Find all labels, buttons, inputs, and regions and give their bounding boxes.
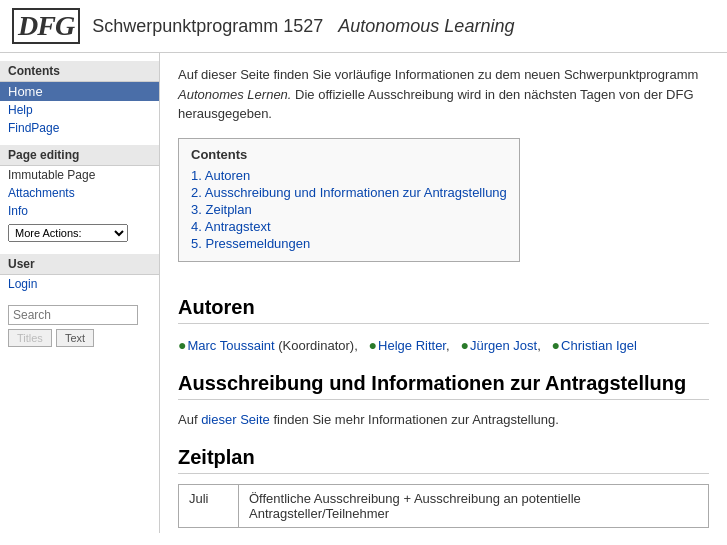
- sidebar-attachments-link[interactable]: Attachments: [8, 186, 75, 200]
- author-link-jurgen[interactable]: Jürgen Jost: [470, 338, 537, 353]
- ausschreibung-link-text: dieser Seite: [201, 412, 270, 427]
- author-name-2: Helge Ritter: [378, 338, 446, 353]
- toc-item-2[interactable]: 2. Ausschreibung und Informationen zur A…: [191, 185, 507, 200]
- author-link-marc[interactable]: Marc Toussaint: [187, 338, 274, 353]
- sidebar-contents-title: Contents: [0, 61, 159, 82]
- sidebar-item-help[interactable]: Help: [0, 101, 159, 119]
- author-link-christian[interactable]: Christian Igel: [561, 338, 637, 353]
- sidebar-home-active[interactable]: Home: [0, 82, 159, 101]
- sidebar-item-findpage[interactable]: FindPage: [0, 119, 159, 137]
- toc-item-3[interactable]: 3. Zeitplan: [191, 202, 507, 217]
- toc-label-5: Pressemeldungen: [205, 236, 310, 251]
- intro-paragraph: Auf dieser Seite finden Sie vorläufige I…: [178, 65, 709, 124]
- author-bullet-4: ●: [552, 337, 560, 353]
- intro-text-pre: Auf dieser Seite finden Sie vorläufige I…: [178, 67, 698, 82]
- main-content: Auf dieser Seite finden Sie vorläufige I…: [160, 53, 727, 540]
- toc-link-zeitplan[interactable]: 3. Zeitplan: [191, 202, 252, 217]
- toc-link-ausschreibung[interactable]: 2. Ausschreibung und Informationen zur A…: [191, 185, 507, 200]
- dieser-seite-link[interactable]: dieser Seite: [201, 412, 270, 427]
- header-title: Schwerpunktprogramm 1527 Autonomous Lear…: [92, 16, 514, 37]
- header-program-title: Schwerpunktprogramm 1527: [92, 16, 323, 36]
- zeitplan-table: Juli Öffentliche Ausschreibung + Ausschr…: [178, 484, 709, 528]
- zeitplan-heading: Zeitplan: [178, 446, 709, 474]
- sidebar-pageediting-section: Page editing Immutable Page Attachments …: [0, 145, 159, 246]
- ausschreibung-heading: Ausschreibung und Informationen zur Antr…: [178, 372, 709, 400]
- toc-item-1[interactable]: 1. Autoren: [191, 168, 507, 183]
- toc-link-autoren[interactable]: 1. Autoren: [191, 168, 250, 183]
- zeitplan-row-juli: Juli Öffentliche Ausschreibung + Ausschr…: [179, 484, 709, 527]
- toc-list: 1. Autoren 2. Ausschreibung und Informat…: [191, 168, 507, 251]
- more-actions-select[interactable]: More Actions:: [8, 224, 128, 242]
- header-subtitle: Autonomous Learning: [338, 16, 514, 36]
- toc-item-4[interactable]: 4. Antragstext: [191, 219, 507, 234]
- sidebar-user-section: User Login: [0, 254, 159, 293]
- sidebar-findpage-link[interactable]: FindPage: [8, 121, 59, 135]
- ausschreibung-pre: Auf: [178, 412, 198, 427]
- author-name-1: Marc Toussaint: [187, 338, 274, 353]
- toc-link-antragstext[interactable]: 4. Antragstext: [191, 219, 271, 234]
- sidebar-item-login[interactable]: Login: [0, 275, 159, 293]
- author-name-3: Jürgen Jost: [470, 338, 537, 353]
- author-suffix-1: (Koordinator),: [275, 338, 358, 353]
- ausschreibung-post: finden Sie mehr Informationen zur Antrag…: [273, 412, 558, 427]
- sidebar-item-home[interactable]: Home: [0, 82, 159, 101]
- author-name-4: Christian Igel: [561, 338, 637, 353]
- toc-link-pressemeldungen[interactable]: 5. Pressemeldungen: [191, 236, 310, 251]
- toc-label-3: Zeitplan: [205, 202, 251, 217]
- author-bullet-2: ●: [369, 337, 377, 353]
- main-layout: Contents Home Help FindPage Page editing…: [0, 53, 727, 540]
- author-bullet-3: ●: [460, 337, 468, 353]
- dfg-logo: DFG: [12, 8, 80, 44]
- search-titles-button[interactable]: Titles: [8, 329, 52, 347]
- sidebar-contents-section: Contents Home Help FindPage: [0, 61, 159, 137]
- sidebar-login-link[interactable]: Login: [8, 277, 37, 291]
- author-suffix-2: ,: [446, 338, 450, 353]
- sidebar: Contents Home Help FindPage Page editing…: [0, 53, 160, 533]
- sidebar-search-section: Titles Text: [0, 301, 159, 351]
- toc-label-4: Antragstext: [205, 219, 271, 234]
- toc-item-5[interactable]: 5. Pressemeldungen: [191, 236, 507, 251]
- intro-text-italic: Autonomes Lernen.: [178, 87, 291, 102]
- author-bullet-1: ●: [178, 337, 186, 353]
- sidebar-help-link[interactable]: Help: [8, 103, 33, 117]
- toc-label-1: Autoren: [205, 168, 251, 183]
- sidebar-pageediting-title: Page editing: [0, 145, 159, 166]
- sidebar-moreactions-container: More Actions:: [0, 220, 159, 246]
- authors-line: ●Marc Toussaint (Koordinator), ●Helge Ri…: [178, 334, 709, 357]
- author-suffix-3: ,: [537, 338, 541, 353]
- autoren-heading: Autoren: [178, 296, 709, 324]
- sidebar-immutablepage-label: Immutable Page: [8, 168, 95, 182]
- zeitplan-text-juli: Öffentliche Ausschreibung + Ausschreibun…: [239, 484, 709, 527]
- sidebar-item-attachments[interactable]: Attachments: [0, 184, 159, 202]
- search-text-button[interactable]: Text: [56, 329, 94, 347]
- sidebar-user-title: User: [0, 254, 159, 275]
- sidebar-info-link[interactable]: Info: [8, 204, 28, 218]
- sidebar-item-info[interactable]: Info: [0, 202, 159, 220]
- zeitplan-month-juli: Juli: [179, 484, 239, 527]
- search-input[interactable]: [8, 305, 138, 325]
- search-buttons: Titles Text: [8, 329, 151, 347]
- toc-box: Contents 1. Autoren 2. Ausschreibung und…: [178, 138, 520, 262]
- ausschreibung-paragraph: Auf dieser Seite finden Sie mehr Informa…: [178, 410, 709, 430]
- page-header: DFG Schwerpunktprogramm 1527 Autonomous …: [0, 0, 727, 53]
- sidebar-item-immutablepage: Immutable Page: [0, 166, 159, 184]
- toc-label-2: Ausschreibung und Informationen zur Antr…: [205, 185, 507, 200]
- author-link-helge[interactable]: Helge Ritter: [378, 338, 446, 353]
- toc-title: Contents: [191, 147, 507, 162]
